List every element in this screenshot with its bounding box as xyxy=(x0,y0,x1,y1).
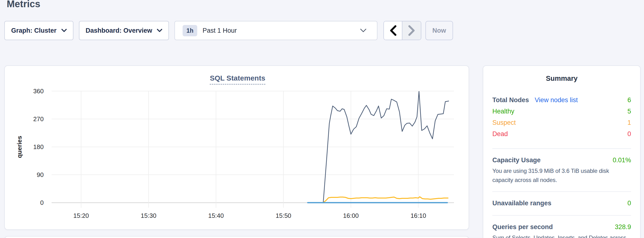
svg-text:queries: queries xyxy=(16,136,23,158)
dashboard-dropdown[interactable]: Dashboard: Overview xyxy=(79,21,169,40)
queries-per-second-value: 328.9 xyxy=(615,223,631,231)
svg-text:16:10: 16:10 xyxy=(410,212,426,219)
next-time-button[interactable] xyxy=(402,21,421,40)
dead-nodes-value: 0 xyxy=(628,130,631,138)
next-chart-card-partial xyxy=(4,236,469,238)
unavailable-ranges-row: Unavailable ranges 0 xyxy=(492,199,631,208)
svg-text:16:00: 16:00 xyxy=(343,212,359,219)
svg-text:15:50: 15:50 xyxy=(276,212,291,219)
svg-text:15:20: 15:20 xyxy=(74,212,89,219)
time-window-badge: 1h xyxy=(182,25,197,36)
chevron-right-icon xyxy=(408,25,415,36)
summary-divider xyxy=(492,191,631,192)
queries-per-second-row: Queries per second 328.9 xyxy=(492,223,631,232)
dead-nodes-row: Dead 0 xyxy=(492,130,631,142)
queries-per-second-description: Sum of Selects, Updates, Inserts, and De… xyxy=(492,233,631,238)
chevron-down-icon xyxy=(360,29,366,33)
summary-title: Summary xyxy=(492,74,631,82)
unavailable-ranges-value: 0 xyxy=(628,199,631,207)
svg-text:270: 270 xyxy=(33,115,44,123)
capacity-usage-value: 0.01% xyxy=(612,157,631,164)
dashboard-dropdown-label: Dashboard: Overview xyxy=(86,27,152,34)
healthy-nodes-label: Healthy xyxy=(492,108,514,115)
capacity-usage-description: You are using 315.9 MiB of 3.6 TiB usabl… xyxy=(492,166,631,185)
time-window-label: Past 1 Hour xyxy=(202,27,237,34)
chart-card: SQL Statements 09018027036015:2015:3015:… xyxy=(4,65,469,230)
queries-per-second-label: Queries per second xyxy=(492,223,553,231)
healthy-nodes-value: 5 xyxy=(628,108,631,115)
svg-text:15:30: 15:30 xyxy=(141,212,156,219)
suspect-nodes-value: 1 xyxy=(628,119,631,127)
prev-time-button[interactable] xyxy=(384,21,402,40)
dead-nodes-label: Dead xyxy=(492,130,508,138)
total-nodes-row: Total Nodes View nodes list 6 xyxy=(492,96,631,108)
capacity-usage-label: Capacity Usage xyxy=(492,157,540,164)
suspect-nodes-row: Suspect 1 xyxy=(492,119,631,130)
unavailable-ranges-label: Unavailable ranges xyxy=(492,199,552,207)
summary-divider xyxy=(492,148,631,149)
total-nodes-label: Total Nodes xyxy=(492,96,529,104)
svg-text:90: 90 xyxy=(37,171,44,178)
svg-text:180: 180 xyxy=(33,143,44,151)
time-window-selector[interactable]: 1h Past 1 Hour xyxy=(174,21,378,40)
svg-text:0: 0 xyxy=(40,199,44,206)
chevron-down-icon xyxy=(157,29,162,32)
graph-dropdown[interactable]: Graph: Cluster xyxy=(4,21,74,40)
healthy-nodes-row: Healthy 5 xyxy=(492,108,631,119)
capacity-usage-row: Capacity Usage 0.01% xyxy=(492,156,631,165)
suspect-nodes-label: Suspect xyxy=(492,119,516,127)
summary-card: Summary Total Nodes View nodes list 6 He… xyxy=(483,65,641,238)
svg-text:15:40: 15:40 xyxy=(208,212,224,219)
summary-divider xyxy=(492,215,631,216)
view-nodes-link[interactable]: View nodes list xyxy=(535,96,578,104)
sql-statements-chart[interactable]: 09018027036015:2015:3015:4015:5016:0016:… xyxy=(5,66,468,229)
chevron-down-icon xyxy=(62,29,67,32)
page-title: Metrics xyxy=(7,0,40,9)
now-button[interactable]: Now xyxy=(426,21,453,40)
total-nodes-value: 6 xyxy=(628,96,631,104)
time-window-step-group xyxy=(384,21,421,40)
chevron-left-icon xyxy=(390,25,396,36)
graph-dropdown-label: Graph: Cluster xyxy=(11,27,56,34)
svg-text:360: 360 xyxy=(33,87,44,95)
